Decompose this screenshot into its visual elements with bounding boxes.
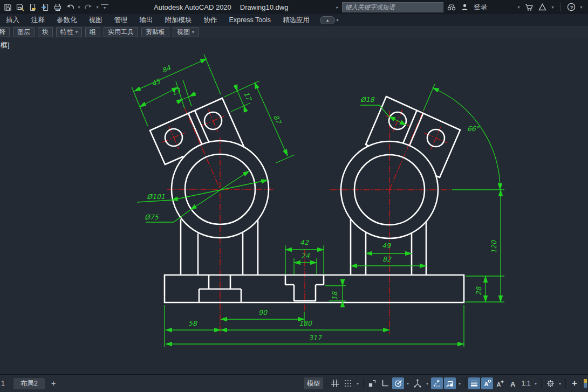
dim-label-24: 24 <box>301 252 310 260</box>
save-as-icon[interactable] <box>15 1 26 13</box>
tab-collaborate[interactable]: 协作 <box>198 14 223 26</box>
a360-triangle-icon[interactable] <box>537 1 548 13</box>
search-input[interactable] <box>342 2 443 12</box>
polar-dropdown-icon[interactable]: ▾ <box>405 381 411 386</box>
iso-dropdown-icon[interactable]: ▾ <box>425 381 430 386</box>
annotation-autoscale-icon[interactable]: A <box>494 377 506 389</box>
left-plate-outline <box>150 98 244 164</box>
signin-label[interactable]: 登录 <box>474 3 487 12</box>
svg-text:?: ? <box>570 4 573 10</box>
panel-groups[interactable]: 组 <box>85 27 100 37</box>
panel-annotation-partial[interactable]: 释 <box>0 27 10 37</box>
tab-view[interactable]: 视图 <box>83 14 108 26</box>
panel-view[interactable]: 视图 ▾ <box>173 27 199 37</box>
ortho-mode-icon[interactable] <box>379 377 391 389</box>
object-snap-tracking-icon[interactable] <box>431 377 443 389</box>
save-icon[interactable] <box>2 1 13 13</box>
drawing-viewport[interactable]: 84 45 13 17 87 Ø101 Ø75 Ø18 66° 42 24 49… <box>0 38 588 375</box>
help-icon[interactable]: ? <box>565 1 577 13</box>
dim-label-58: 58 <box>188 319 197 327</box>
layout-tab-partial[interactable]: 1 <box>0 380 5 387</box>
flyout-arrow-icon: ▾ <box>76 30 78 35</box>
dim-label-17: 17 <box>242 91 254 103</box>
scale-dropdown-icon[interactable]: ▾ <box>533 381 538 386</box>
ribbon-tab-row: 插入 注释 参数化 视图 管理 输出 附加模块 协作 Express Tools… <box>0 14 588 26</box>
gear-dropdown-icon[interactable]: ▾ <box>557 381 563 386</box>
panel-properties[interactable]: 特性 ▾ <box>56 27 82 37</box>
qat-customize-icon[interactable]: ▾ <box>101 4 108 10</box>
dim-label-90: 90 <box>258 308 268 317</box>
dim-label-180: 180 <box>299 319 312 327</box>
polar-tracking-icon[interactable] <box>392 377 404 389</box>
search-expand-icon[interactable]: ▸ <box>335 5 340 10</box>
tab-express-tools[interactable]: Express Tools <box>223 14 277 26</box>
tab-addins[interactable]: 附加模块 <box>159 14 198 26</box>
a360-dropdown-icon[interactable]: ▾ <box>550 5 555 10</box>
tab-manage[interactable]: 管理 <box>108 14 134 26</box>
panel-clipboard[interactable]: 剪贴板 <box>141 27 169 37</box>
new-layout-button[interactable]: + <box>51 379 56 388</box>
flyout-arrow-icon: ▾ <box>192 30 194 35</box>
status-toggles: 模型 ▾ ▾ <box>304 377 588 389</box>
help-dropdown-icon[interactable]: ▾ <box>579 5 584 10</box>
tab-output[interactable]: 输出 <box>134 14 159 26</box>
command-text-remnant: 框] <box>1 40 10 50</box>
grid-display-icon[interactable] <box>329 377 341 389</box>
svg-text:A: A <box>497 381 501 388</box>
dim-label-18: 18 <box>331 291 339 300</box>
signin-user-icon[interactable] <box>459 1 470 13</box>
layout-tabs: 1 布局2 + <box>0 378 56 389</box>
dim-label-84: 84 <box>161 63 173 74</box>
plot-icon[interactable] <box>52 1 63 13</box>
document-title: Drawing10.dwg <box>240 3 289 11</box>
part-geometry <box>150 97 464 302</box>
panel-utilities[interactable]: 实用工具 <box>104 27 138 37</box>
undo-dropdown-icon[interactable]: ▾ <box>77 5 81 10</box>
status-separator <box>465 379 466 388</box>
dim-label-120: 120 <box>490 240 498 253</box>
snap-mode-icon[interactable] <box>342 377 354 389</box>
lineweight-icon[interactable] <box>468 377 480 389</box>
quick-access-toolbar: ▾ ▾ ▾ <box>0 1 108 13</box>
snap-dropdown-icon[interactable]: ▾ <box>355 381 360 386</box>
right-plate-slot <box>403 110 423 146</box>
app-store-cart-icon[interactable] <box>523 1 535 13</box>
panel-layers[interactable]: 图层 <box>13 27 35 37</box>
annotation-scale-value[interactable]: 1:1 <box>520 377 532 389</box>
layout-tab-2[interactable]: 布局2 <box>13 378 45 389</box>
annotation-scale-icon[interactable]: A <box>507 377 519 389</box>
tab-insert[interactable]: 插入 <box>0 14 25 26</box>
model-space-button[interactable]: 模型 <box>304 377 323 389</box>
titlebar-separator <box>560 3 560 11</box>
isometric-drafting-icon[interactable] <box>412 377 423 389</box>
redo-icon[interactable] <box>83 1 94 13</box>
ribbon-panel-row: 释 图层 块 特性 ▾ 组 实用工具 剪贴板 视图 ▾ <box>0 26 588 38</box>
status-separator <box>565 379 566 388</box>
annotation-visibility-icon[interactable]: A <box>481 377 493 389</box>
object-snap-icon[interactable] <box>444 377 456 389</box>
status-separator <box>326 379 326 388</box>
dim-label-dia101: Ø101 <box>147 192 165 201</box>
customization-gear-icon[interactable] <box>544 377 556 389</box>
panel-block[interactable]: 块 <box>38 27 53 37</box>
osnap-dropdown-icon[interactable]: ▾ <box>457 381 462 386</box>
ribbon-collapse-icon[interactable]: ▲ <box>320 16 335 24</box>
dynamic-input-icon[interactable] <box>366 377 378 389</box>
tab-parametric[interactable]: 参数化 <box>51 14 83 26</box>
clipped-edge-icon <box>584 379 587 388</box>
undo-icon[interactable] <box>64 1 76 13</box>
search-binoculars-icon[interactable] <box>446 1 457 13</box>
window-title: Autodesk AutoCAD 2020 Drawing10.dwg <box>154 0 288 14</box>
tab-annotate[interactable]: 注释 <box>25 14 51 26</box>
tab-featured-apps[interactable]: 精选应用 <box>277 14 316 26</box>
model-space-canvas[interactable]: 框] <box>0 38 588 375</box>
customize-plus-icon[interactable]: + <box>569 377 580 389</box>
left-legs <box>181 219 258 275</box>
ribbon-collapse-dropdown-icon[interactable]: ▾ <box>335 18 340 23</box>
open-icon[interactable] <box>27 1 38 13</box>
export-icon[interactable] <box>39 1 51 13</box>
redo-dropdown-icon[interactable]: ▾ <box>95 5 100 10</box>
signin-dropdown-icon[interactable]: ▾ <box>516 5 521 10</box>
status-separator <box>541 379 542 388</box>
dim-label-42: 42 <box>300 238 309 246</box>
